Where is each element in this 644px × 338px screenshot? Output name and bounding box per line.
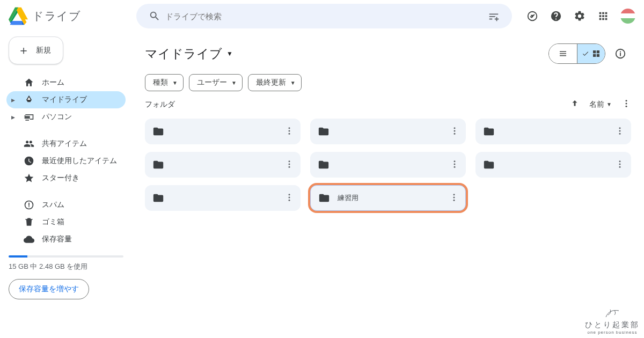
star-icon	[24, 173, 34, 183]
spam-icon	[24, 200, 34, 210]
storage-section: 15 GB 中 2.48 GB を使用 保存容量を増やす	[6, 250, 126, 299]
folder-icon	[483, 159, 495, 171]
more-options-icon[interactable]	[621, 99, 631, 110]
buy-storage-button[interactable]: 保存容量を増やす	[9, 279, 89, 299]
sidebar-item-label: パソコン	[42, 112, 72, 122]
expander-icon[interactable]: ▸	[10, 95, 16, 104]
sidebar-item-devices[interactable]: ▸パソコン	[6, 108, 126, 126]
sidebar-item-label: ゴミ箱	[42, 217, 64, 227]
folder-more-icon[interactable]	[615, 159, 625, 171]
search-input[interactable]	[165, 12, 483, 21]
folder-icon	[483, 126, 495, 137]
trash-icon	[24, 217, 34, 227]
watermark: ひとり起業部 one person business	[585, 306, 640, 335]
app-name: ドライブ	[32, 9, 80, 24]
folder-icon	[152, 159, 164, 171]
search-bar[interactable]	[136, 4, 512, 28]
folder-card[interactable]	[145, 152, 301, 178]
help-icon[interactable]	[545, 5, 567, 27]
clock-icon	[24, 156, 34, 166]
folder-more-icon[interactable]	[284, 193, 294, 204]
view-toggle	[548, 43, 605, 64]
home-icon	[24, 77, 34, 88]
sidebar-item-label: 最近使用したアイテム	[42, 156, 117, 166]
sort-by-button[interactable]: 名前 ▼	[589, 100, 612, 109]
section-label: フォルダ	[145, 100, 175, 109]
sidebar: ＋ 新規 ホーム▸マイドライブ▸パソコン 共有アイテム最近使用したアイテムスター…	[0, 32, 132, 338]
folder-card[interactable]	[145, 119, 301, 144]
filter-chip-最終更新[interactable]: 最終更新▼	[248, 74, 302, 91]
folder-card[interactable]	[475, 119, 631, 144]
devices-icon	[24, 112, 34, 122]
logo[interactable]: ドライブ	[9, 6, 132, 26]
folder-card[interactable]	[310, 119, 466, 144]
folder-name: 練習用	[338, 193, 442, 203]
sidebar-item-label: ホーム	[42, 78, 64, 87]
folder-icon	[152, 126, 164, 137]
sidebar-item-spam[interactable]: スパム	[6, 196, 126, 214]
sidebar-item-label: マイドライブ	[42, 95, 87, 105]
chip-label: ユーザー	[197, 78, 227, 87]
chevron-down-icon: ▼	[172, 80, 178, 86]
drive-icon	[24, 94, 34, 105]
details-icon[interactable]	[610, 43, 631, 64]
cloud-icon	[24, 234, 34, 245]
page-title[interactable]: マイドライブ ▼	[145, 46, 233, 62]
folder-more-icon[interactable]	[284, 159, 294, 171]
page-title-text: マイドライブ	[145, 46, 222, 62]
title-dropdown-icon: ▼	[226, 50, 233, 57]
chevron-down-icon: ▼	[231, 80, 237, 86]
sidebar-item-star[interactable]: スター付き	[6, 170, 126, 187]
folder-more-icon[interactable]	[615, 126, 625, 137]
header: ドライブ	[0, 0, 644, 32]
header-actions	[522, 5, 636, 27]
folder-card[interactable]	[310, 152, 466, 178]
chip-label: 種類	[153, 78, 168, 87]
new-button-label: 新規	[36, 46, 51, 55]
sidebar-item-label: スパム	[42, 200, 64, 210]
sidebar-item-drive[interactable]: ▸マイドライブ	[6, 91, 126, 108]
chevron-down-icon: ▼	[290, 80, 296, 86]
storage-text: 15 GB 中 2.48 GB を使用	[9, 262, 123, 271]
search-icon[interactable]	[144, 5, 165, 27]
settings-icon[interactable]	[569, 5, 590, 27]
main-content: マイドライブ ▼ 種類▼ユーザー▼最終更新▼ フォルダ 名前 ▼	[132, 32, 644, 338]
sort-by-label: 名前	[589, 100, 604, 109]
sidebar-item-cloud[interactable]: 保存容量	[6, 231, 126, 248]
folder-icon	[318, 159, 330, 171]
chevron-down-icon: ▼	[606, 101, 612, 107]
sidebar-item-home[interactable]: ホーム	[6, 74, 126, 91]
sidebar-item-label: 保存容量	[42, 234, 72, 244]
filter-chip-ユーザー[interactable]: ユーザー▼	[189, 74, 243, 91]
apps-icon[interactable]	[592, 5, 614, 27]
sidebar-item-clock[interactable]: 最近使用したアイテム	[6, 152, 126, 170]
expander-icon[interactable]: ▸	[10, 113, 16, 121]
folder-card[interactable]: 練習用	[310, 185, 466, 211]
folder-more-icon[interactable]	[450, 126, 459, 137]
sidebar-item-trash[interactable]: ゴミ箱	[6, 214, 126, 231]
folder-card[interactable]	[145, 185, 301, 211]
storage-bar	[9, 255, 123, 258]
folder-icon	[318, 192, 330, 204]
sidebar-item-people[interactable]: 共有アイテム	[6, 135, 126, 152]
folder-more-icon[interactable]	[450, 159, 459, 171]
filter-chip-種類[interactable]: 種類▼	[145, 74, 184, 91]
offline-status-icon[interactable]	[522, 5, 543, 27]
search-options-icon[interactable]	[483, 5, 504, 27]
people-icon	[24, 138, 34, 149]
sort-direction-icon[interactable]	[570, 99, 580, 110]
folder-more-icon[interactable]	[449, 193, 459, 204]
grid-view-button[interactable]	[577, 44, 605, 63]
sidebar-item-label: スター付き	[42, 173, 79, 183]
list-view-button[interactable]	[549, 44, 577, 63]
folder-more-icon[interactable]	[284, 126, 294, 137]
sidebar-item-label: 共有アイテム	[42, 139, 87, 149]
account-avatar[interactable]	[619, 8, 636, 25]
folder-icon	[318, 126, 330, 137]
folder-card[interactable]	[475, 152, 631, 178]
chip-label: 最終更新	[256, 78, 286, 87]
folder-icon	[152, 192, 164, 204]
new-button[interactable]: ＋ 新規	[9, 36, 63, 64]
